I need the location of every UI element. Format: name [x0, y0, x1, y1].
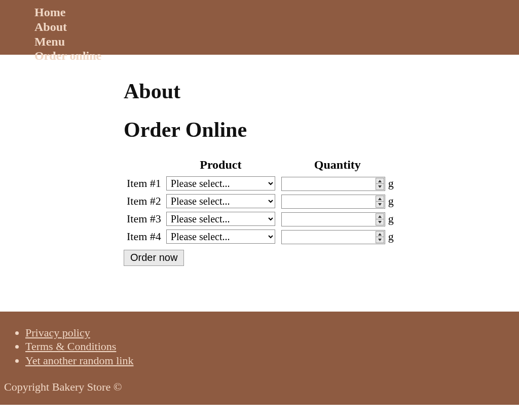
svg-marker-1	[378, 185, 382, 188]
product-select-1[interactable]: Please select...	[166, 176, 275, 190]
quantity-stepper-2[interactable]	[376, 196, 384, 208]
main-nav: Home About Menu Order online	[0, 5, 519, 63]
stepper-down-icon[interactable]	[376, 201, 384, 207]
heading-about: About	[124, 79, 519, 103]
col-quantity: Quantity	[278, 156, 397, 175]
heading-order-online: Order Online	[124, 118, 519, 142]
quantity-stepper-1[interactable]	[376, 178, 384, 190]
stepper-up-icon[interactable]	[376, 196, 384, 202]
stepper-up-icon[interactable]	[376, 178, 384, 184]
stepper-down-icon[interactable]	[376, 219, 384, 225]
row-label: Item #1	[124, 175, 163, 193]
svg-marker-7	[378, 239, 382, 241]
quantity-input-4[interactable]	[281, 230, 385, 244]
list-item: Terms & Conditions	[25, 339, 519, 354]
quantity-input-2[interactable]	[281, 195, 385, 209]
list-item: Privacy policy	[25, 326, 519, 340]
table-row: Item #1 Please select... g	[124, 175, 397, 193]
nav-menu[interactable]: Menu	[34, 34, 65, 49]
svg-marker-3	[378, 203, 382, 206]
footer: Privacy policy Terms & Conditions Yet an…	[0, 312, 519, 405]
top-nav-bar: Home About Menu Order online	[0, 0, 519, 55]
row-label: Item #3	[124, 210, 163, 228]
stepper-down-icon[interactable]	[376, 183, 384, 189]
footer-link-terms[interactable]: Terms & Conditions	[25, 340, 116, 353]
footer-link-privacy[interactable]: Privacy policy	[25, 326, 90, 339]
list-item: Yet another random link	[25, 354, 519, 368]
col-product: Product	[163, 156, 278, 175]
footer-links: Privacy policy Terms & Conditions Yet an…	[0, 326, 519, 368]
copyright-text: Copyright Bakery Store ©	[0, 375, 519, 394]
unit-label: g	[388, 175, 397, 193]
unit-label: g	[388, 228, 397, 246]
row-label: Item #4	[124, 228, 163, 246]
product-select-2[interactable]: Please select...	[166, 194, 275, 208]
nav-home[interactable]: Home	[34, 5, 65, 20]
svg-marker-5	[378, 221, 382, 223]
table-row: Item #3 Please select... g	[124, 210, 397, 228]
nav-order-online[interactable]: Order online	[34, 49, 101, 63]
unit-label: g	[388, 210, 397, 228]
stepper-down-icon[interactable]	[376, 237, 384, 243]
quantity-stepper-4[interactable]	[376, 231, 384, 243]
order-now-button[interactable]: Order now	[124, 250, 184, 266]
order-table: Product Quantity Item #1 Please select..…	[124, 156, 397, 246]
product-select-3[interactable]: Please select...	[166, 212, 275, 226]
unit-label: g	[388, 193, 397, 210]
table-row: Item #4 Please select... g	[124, 228, 397, 246]
footer-link-random[interactable]: Yet another random link	[25, 354, 133, 367]
svg-marker-4	[378, 215, 382, 218]
quantity-stepper-3[interactable]	[376, 213, 384, 225]
col-blank	[124, 156, 163, 175]
quantity-input-1[interactable]	[281, 177, 385, 191]
spacer	[124, 266, 519, 312]
quantity-input-3[interactable]	[281, 212, 385, 226]
stepper-up-icon[interactable]	[376, 214, 384, 219]
svg-marker-0	[378, 180, 382, 182]
svg-marker-6	[378, 233, 382, 236]
svg-marker-2	[378, 198, 382, 200]
product-select-4[interactable]: Please select...	[166, 230, 275, 244]
row-label: Item #2	[124, 193, 163, 210]
nav-about[interactable]: About	[34, 20, 67, 34]
table-row: Item #2 Please select... g	[124, 193, 397, 210]
main-content: About Order Online Product Quantity Item…	[0, 79, 519, 312]
stepper-up-icon[interactable]	[376, 232, 384, 237]
